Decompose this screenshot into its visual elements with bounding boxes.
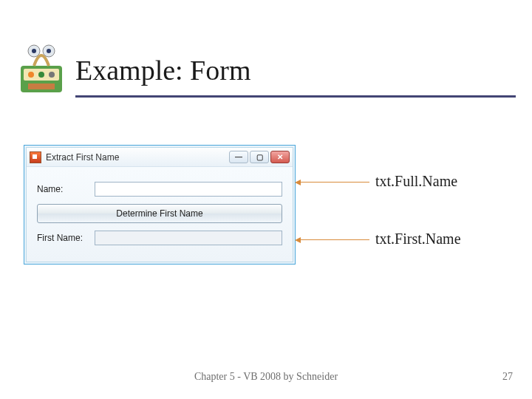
first-name-label: First Name: — [37, 233, 95, 243]
name-label: Name: — [37, 184, 95, 194]
form-window: Extract First Name — ▢ ✕ Name: Determine… — [24, 145, 296, 265]
form-client-area: Name: Determine First Name First Name: — [27, 167, 293, 262]
slide: Example: Form Extract First Name — ▢ ✕ N… — [0, 0, 532, 399]
maximize-button[interactable]: ▢ — [250, 151, 269, 163]
callout-arrow-firstname — [297, 239, 369, 240]
minimize-icon: — — [235, 154, 242, 161]
svg-point-2 — [28, 72, 34, 78]
button-row: Determine First Name — [37, 204, 282, 223]
name-row: Name: — [37, 182, 282, 197]
txt-first-name-input[interactable] — [95, 231, 282, 245]
svg-rect-9 — [28, 83, 55, 89]
slide-title: Example: Form — [75, 54, 250, 86]
app-icon — [30, 151, 41, 163]
svg-point-4 — [49, 72, 55, 78]
svg-point-3 — [38, 72, 44, 78]
page-number: 27 — [502, 371, 513, 383]
txt-full-name-input[interactable] — [95, 182, 282, 197]
close-icon: ✕ — [277, 154, 283, 161]
close-button[interactable]: ✕ — [270, 151, 290, 163]
callout-fullname: txt.Full.Name — [375, 173, 457, 190]
footer-text: Chapter 5 - VB 2008 by Schneider — [0, 371, 532, 383]
callout-arrow-fullname — [297, 182, 369, 183]
minimize-button[interactable]: — — [229, 151, 248, 163]
title-rule — [75, 95, 516, 98]
callout-firstname: txt.First.Name — [375, 231, 461, 248]
window-controls: — ▢ ✕ — [229, 151, 290, 163]
maximize-icon: ▢ — [256, 154, 263, 161]
svg-point-8 — [47, 49, 51, 53]
determine-first-name-button[interactable]: Determine First Name — [37, 204, 282, 223]
slide-logo — [16, 41, 66, 100]
window-title: Extract First Name — [46, 152, 229, 163]
first-name-row: First Name: — [37, 231, 282, 245]
svg-point-7 — [32, 49, 36, 53]
titlebar: Extract First Name — ▢ ✕ — [27, 148, 293, 167]
